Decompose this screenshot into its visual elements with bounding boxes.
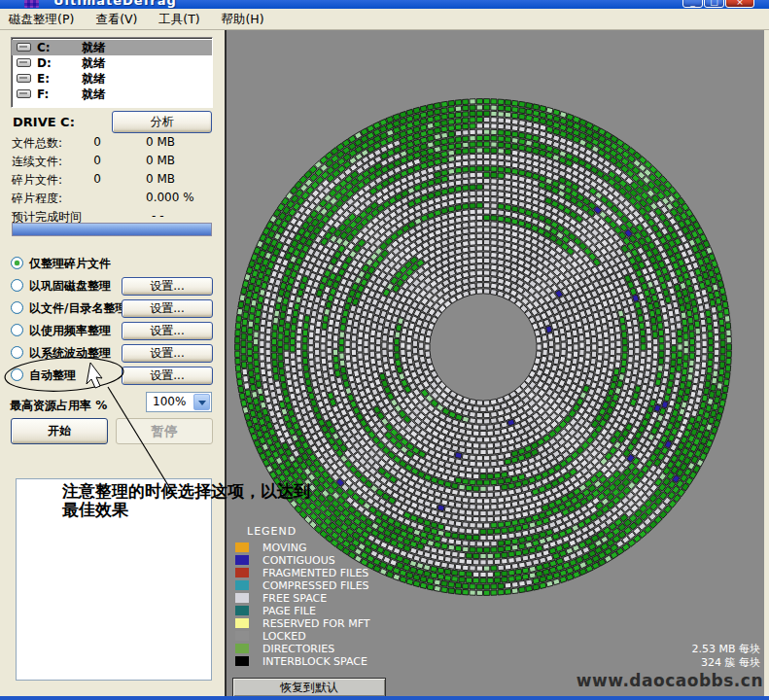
radio-icon[interactable] [11,368,23,381]
menu-defrag[interactable]: 磁盘整理(P) [0,9,83,32]
legend-label: DIRECTORIES [262,643,334,655]
legend-label: LOCKED [262,630,306,643]
stat-label: 碎片文件: [12,172,62,189]
resource-usage-label: 最高资源占用率 % [10,398,107,414]
title-bar: UltimateDefrag [0,0,769,9]
menu-help[interactable]: 帮助(H) [212,9,272,32]
control-panel: C: 就绪 D: 就绪 E: 就绪 F: 就绪 DRIVE C: 分析 文件总数… [0,30,223,696]
legend-label: FRAGMENTED FILES [262,567,368,579]
window-bottom-border [0,696,769,700]
menu-view[interactable]: 查看(V) [87,9,146,32]
window-title: UltimateDefrag [53,0,177,8]
watermark: www.daocaobbs.cn [577,671,763,690]
legend-label: RESERVED FOR MFT [262,617,369,630]
drive-status: 就绪 [82,55,105,71]
directories-swatch [235,644,249,653]
moving-swatch [235,542,249,552]
chevron-down-icon[interactable] [193,394,210,410]
contiguous-swatch [235,555,249,565]
pause-button: 暂停 [116,418,213,444]
stat-size: 0 MB [146,172,175,186]
drive-status: 就绪 [82,87,105,102]
drive-row-f[interactable]: F: 就绪 [12,87,212,102]
resource-usage-value: 100% [153,395,186,408]
stat-size: - - [152,209,163,223]
analyze-button[interactable]: 分析 [112,111,212,133]
stat-label: 碎片程度: [12,191,62,207]
radio-label: 以系统波动整理 [29,345,111,361]
option-defrag-only[interactable]: 仅整理碎片文件 [0,256,223,272]
drive-row-c[interactable]: C: 就绪 [12,40,212,55]
drive-icon [17,89,31,98]
legend-label: INTERBLOCK SPACE [262,655,367,668]
settings-button-auto[interactable]: 设置... [122,367,213,385]
radio-icon[interactable] [11,301,23,314]
progress-bar [12,223,212,236]
minimize-button[interactable]: _ [682,0,703,8]
interblock-swatch [235,656,249,666]
drive-letter: F: [37,87,49,102]
disk-map-panel: LEGEND MOVING CONTIGUOUS FRAGMENTED FILE… [225,30,764,696]
drive-row-e[interactable]: E: 就绪 [12,71,212,87]
drive-letter: E: [37,71,50,87]
radio-icon[interactable] [11,279,23,292]
stat-count: 0 [86,172,109,186]
drive-icon [17,74,31,83]
stat-size: 0.000 % [146,191,194,204]
radio-icon[interactable] [11,324,23,336]
drive-status: 就绪 [82,40,105,55]
radio-label: 自动整理 [29,368,76,383]
block-info: 2.53 MB 每块 324 簇 每块 [691,643,760,670]
minimize-icon: _ [683,0,702,7]
drive-icon [17,43,31,52]
settings-button-filename[interactable]: 设置... [122,299,213,318]
maximize-icon: □ [705,0,723,7]
restore-default-button[interactable]: 恢复到默认 [232,678,386,696]
start-button[interactable]: 开始 [11,418,108,444]
radio-icon[interactable] [11,257,23,269]
fragmented-swatch [235,568,249,578]
drive-letter: D: [37,55,52,71]
stat-size: 0 MB [146,154,175,167]
close-button[interactable]: × [725,0,754,8]
radio-label: 仅整理碎片文件 [29,256,111,271]
legend-label: CONTIGUOUS [262,554,335,567]
radio-label: 以使用频率整理 [29,323,111,338]
maximize-button[interactable]: □ [704,0,724,8]
menu-tools[interactable]: 工具(T) [150,9,208,32]
radio-label: 以巩固磁盘整理 [29,278,111,294]
block-size-text: 2.53 MB 每块 [691,643,760,656]
legend-label: PAGE FILE [262,605,316,617]
drive-letter: C: [37,40,51,55]
compressed-swatch [235,580,249,590]
resource-usage-select[interactable]: 100% [146,392,212,412]
selected-drive-title: DRIVE C: [13,115,75,129]
stat-label: 连续文件: [12,154,62,170]
drive-icon [17,58,31,67]
settings-button-frequency[interactable]: 设置... [122,322,213,340]
locked-swatch [235,631,249,641]
mft-swatch [235,618,249,628]
legend-label: COMPRESSED FILES [262,579,369,592]
legend-title: LEGEND [247,525,297,538]
stat-contiguous-files: 连续文件: 0 0 MB [0,154,223,169]
drive-row-d[interactable]: D: 就绪 [12,55,212,71]
ultimatedefrag-window: { "window": { "title": "UltimateDefrag",… [0,0,769,700]
menu-bar: 磁盘整理(P) 查看(V) 工具(T) 帮助(H) [0,9,769,30]
legend-label: FREE SPACE [262,592,327,605]
legend-label: MOVING [262,542,306,554]
log-listbox[interactable] [16,478,212,681]
settings-button-volatility[interactable]: 设置... [122,344,213,363]
stat-size: 0 MB [146,135,175,149]
drive-list: C: 就绪 D: 就绪 E: 就绪 F: 就绪 [11,37,213,108]
radio-icon[interactable] [11,346,23,359]
pagefile-swatch [235,606,249,615]
radio-label: 以文件/目录名整理 [29,300,126,316]
close-icon: × [726,0,753,7]
window-right-border [764,30,769,696]
stat-label: 文件总数: [12,135,62,152]
settings-button-consolidate[interactable]: 设置... [122,277,213,296]
drive-status: 就绪 [82,71,105,87]
stat-fragmented-files: 碎片文件: 0 0 MB [0,172,223,188]
stat-count: 0 [86,154,109,167]
